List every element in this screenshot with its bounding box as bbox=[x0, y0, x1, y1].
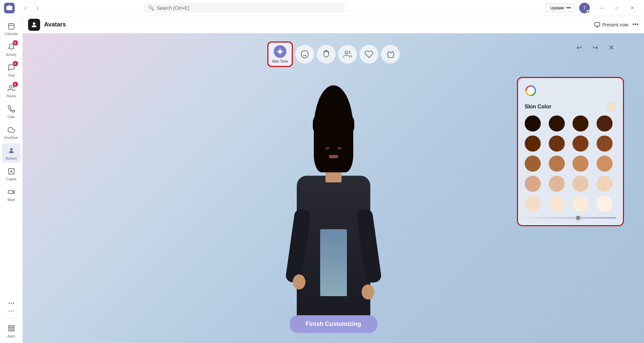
skin-color-grid bbox=[525, 115, 616, 212]
close-editor-button[interactable]: ✕ bbox=[605, 41, 617, 54]
skin-color-panel: Skin Color bbox=[517, 77, 624, 226]
profile-avatar[interactable]: T bbox=[579, 3, 590, 13]
content-area: Avatars Present now ••• Skin Tone bbox=[23, 16, 644, 343]
skin-color-17[interactable] bbox=[525, 196, 541, 212]
sidebar-item-meet[interactable]: Meet bbox=[2, 185, 21, 204]
chat-label: Chat bbox=[8, 74, 15, 78]
present-now-label: Present now bbox=[602, 22, 628, 27]
skin-color-12[interactable] bbox=[597, 156, 613, 172]
svg-point-16 bbox=[33, 22, 35, 24]
svg-point-9 bbox=[8, 303, 10, 304]
update-label: Update bbox=[550, 5, 564, 10]
skin-color-4[interactable] bbox=[597, 115, 613, 132]
skin-tone-slider[interactable] bbox=[525, 217, 616, 219]
close-button[interactable]: ✕ bbox=[625, 3, 640, 13]
skin-color-14[interactable] bbox=[549, 176, 565, 192]
svg-rect-17 bbox=[595, 22, 600, 26]
more-label: • • • bbox=[8, 309, 14, 313]
toolbar-body[interactable] bbox=[338, 45, 357, 64]
more-icon bbox=[6, 298, 17, 309]
skin-color-15[interactable] bbox=[572, 176, 589, 192]
svg-point-24 bbox=[345, 51, 348, 54]
skin-selected-preview bbox=[607, 102, 616, 111]
meet-label: Meet bbox=[7, 198, 15, 202]
teams-badge: 2 bbox=[13, 82, 18, 87]
svg-point-20 bbox=[278, 50, 282, 54]
chat-badge: 4 bbox=[13, 61, 18, 66]
undo-button[interactable]: ↩ bbox=[573, 41, 585, 54]
toolbar-face[interactable] bbox=[295, 45, 314, 64]
meet-icon bbox=[6, 187, 17, 197]
app-icon bbox=[28, 19, 40, 31]
slider-thumb[interactable] bbox=[575, 215, 581, 221]
toolbar-outfit[interactable] bbox=[381, 45, 400, 64]
skin-color-7[interactable] bbox=[572, 136, 589, 152]
skin-color-8[interactable] bbox=[597, 136, 613, 152]
toolbar-accessories[interactable] bbox=[360, 45, 378, 64]
calls-icon bbox=[6, 104, 17, 114]
skin-color-16[interactable] bbox=[597, 176, 613, 192]
sidebar-item-activity[interactable]: 2 Activity bbox=[2, 39, 21, 59]
present-now-button[interactable]: Present now bbox=[594, 22, 628, 28]
skin-tone-slider-row bbox=[525, 217, 616, 219]
teams-logo bbox=[4, 3, 15, 13]
svg-rect-0 bbox=[8, 24, 14, 29]
skin-color-19[interactable] bbox=[572, 196, 589, 212]
maximize-button[interactable]: □ bbox=[609, 3, 625, 13]
skin-color-2[interactable] bbox=[549, 115, 565, 132]
skin-tone-label: Skin Tone bbox=[272, 59, 288, 63]
skin-color-18[interactable] bbox=[549, 196, 565, 212]
skin-color-11[interactable] bbox=[572, 156, 589, 172]
copilot-label: Copilot bbox=[6, 177, 16, 181]
search-placeholder: Search (Ctrl+E) bbox=[157, 5, 189, 11]
search-bar[interactable]: 🔍 Search (Ctrl+E) bbox=[144, 3, 345, 13]
skin-color-20[interactable] bbox=[597, 196, 613, 212]
header-more-button[interactable]: ••• bbox=[632, 21, 639, 28]
calendar-label: Calendar bbox=[4, 32, 18, 36]
skin-color-13[interactable] bbox=[525, 176, 541, 192]
sidebar-item-onedrive[interactable]: OneDrive bbox=[2, 122, 21, 142]
app-header: Avatars Present now ••• bbox=[23, 16, 644, 33]
update-button[interactable]: Update ••• bbox=[546, 4, 575, 12]
skin-color-5[interactable] bbox=[525, 136, 541, 152]
svg-rect-7 bbox=[8, 190, 13, 193]
update-more: ••• bbox=[566, 5, 571, 10]
avatars-label: Avatars bbox=[6, 157, 17, 161]
sidebar-item-more[interactable]: • • • bbox=[2, 296, 21, 315]
sidebar-item-copilot[interactable]: Copilot bbox=[2, 164, 21, 183]
online-indicator bbox=[587, 10, 590, 13]
svg-rect-14 bbox=[8, 329, 10, 331]
skin-color-9[interactable] bbox=[525, 156, 541, 172]
copilot-icon bbox=[6, 166, 17, 177]
toolbar-hair[interactable] bbox=[317, 45, 336, 64]
activity-label: Activity bbox=[6, 53, 17, 57]
sidebar-item-calls[interactable]: Calls bbox=[2, 102, 21, 121]
back-button[interactable]: ‹ bbox=[20, 3, 31, 13]
apps-icon bbox=[6, 323, 17, 334]
sidebar-item-avatars[interactable]: Avatars bbox=[2, 143, 21, 163]
sidebar-item-calendar[interactable]: Calendar bbox=[2, 19, 21, 38]
skin-color-1[interactable] bbox=[525, 115, 541, 132]
svg-point-5 bbox=[10, 148, 12, 151]
chat-icon: 4 bbox=[6, 62, 17, 73]
skin-color-6[interactable] bbox=[549, 136, 565, 152]
titlebar-right: Update ••• T — □ ✕ bbox=[546, 3, 640, 13]
calls-label: Calls bbox=[7, 115, 15, 119]
svg-rect-15 bbox=[12, 329, 14, 331]
minimize-button[interactable]: — bbox=[594, 3, 609, 13]
apps-label: Apps bbox=[7, 334, 15, 338]
sidebar: Calendar 2 Activity 4 Chat 2 Teams bbox=[0, 16, 23, 343]
search-icon: 🔍 bbox=[148, 5, 154, 11]
skin-panel-title: Skin Color bbox=[525, 102, 616, 111]
sidebar-item-apps[interactable]: Apps bbox=[2, 321, 21, 340]
sidebar-item-chat[interactable]: 4 Chat bbox=[2, 60, 21, 80]
toolbar-skin-tone[interactable]: Skin Tone bbox=[267, 41, 293, 67]
finish-customizing-button[interactable]: Finish Customizing bbox=[290, 315, 377, 333]
redo-button[interactable]: ↪ bbox=[589, 41, 601, 54]
forward-button[interactable]: › bbox=[32, 3, 43, 13]
sidebar-item-teams[interactable]: 2 Teams bbox=[2, 81, 21, 100]
toolbar-right-controls: ↩ ↪ ✕ bbox=[573, 41, 617, 54]
skin-color-3[interactable] bbox=[572, 115, 589, 132]
onedrive-icon bbox=[6, 124, 17, 135]
skin-color-10[interactable] bbox=[549, 156, 565, 172]
